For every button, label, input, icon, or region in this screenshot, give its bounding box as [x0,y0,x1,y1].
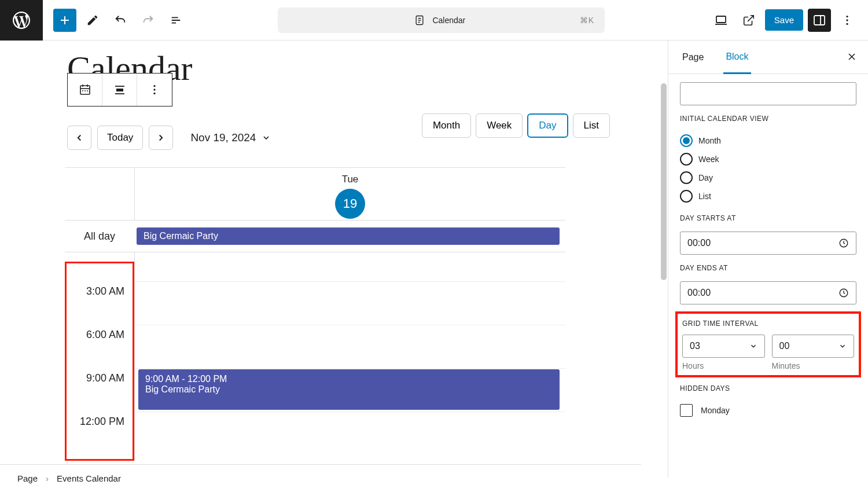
close-settings-button[interactable] [846,51,858,63]
doc-title: Calendar [414,14,465,26]
svg-point-9 [846,19,848,21]
day-number-badge[interactable]: 19 [335,189,365,219]
prev-button[interactable] [67,126,91,150]
chevron-right-icon [156,133,166,143]
wordpress-icon [11,10,32,31]
sidebar-icon [812,13,826,27]
page-icon [414,14,425,26]
time-label: 12:00 PM [80,416,124,428]
view-list-button[interactable]: List [573,113,610,138]
external-link-icon [742,14,755,27]
editor-scrollbar[interactable] [660,41,668,388]
settings-tabs: Page Block [668,41,868,74]
view-page-button[interactable] [737,9,760,32]
hours-label: Hours [682,361,765,370]
svg-rect-11 [80,86,90,94]
topbar: Calendar ⌘K Save [0,0,868,41]
document-overview-button[interactable] [164,9,187,32]
tab-block[interactable]: Block [723,41,751,74]
undo-icon [114,14,127,27]
laptop-icon [714,13,728,27]
pencil-icon [86,14,99,27]
svg-point-8 [846,15,848,17]
breadcrumb-separator: › [46,473,49,483]
radio-list[interactable]: List [680,188,856,205]
current-date-label: Nov 19, 2024 [190,131,256,144]
block-toolbar [67,73,172,107]
block-type-button[interactable] [68,74,102,106]
settings-toggle-button[interactable] [808,9,831,32]
section-day-ends-label: Day Ends At [680,264,856,272]
day-column-header: Tue 19 [134,168,565,220]
chevron-down-icon [262,133,271,142]
svg-rect-4 [716,16,726,23]
view-week-button[interactable]: Week [476,113,523,138]
calendar-event[interactable]: 9:00 AM - 12:00 PM Big Cermaic Party [138,369,560,410]
svg-point-10 [846,23,848,24]
weekday-label: Tue [135,174,565,185]
block-align-button[interactable] [102,74,137,106]
breadcrumb: Page › Events Calendar [0,464,641,492]
device-preview-button[interactable] [709,9,733,32]
event-time: 9:00 AM - 12:00 PM [145,374,553,384]
radio-month[interactable]: Month [680,132,856,149]
shortcut-hint: ⌘K [580,16,594,25]
kebab-icon [148,83,161,96]
topbar-left-tools [43,9,187,32]
radio-week[interactable]: Week [680,150,856,168]
chevron-left-icon [74,133,84,143]
redo-button[interactable] [137,9,160,32]
section-grid-interval-label: Grid Time Interval [682,320,854,328]
allday-event[interactable]: Big Cermaic Party [137,227,560,245]
breadcrumb-block[interactable]: Events Calendar [57,473,121,483]
event-title: Big Cermaic Party [145,384,553,395]
time-label: 6:00 AM [86,329,124,341]
time-label: 3:00 AM [86,285,124,298]
hidden-day-monday-checkbox[interactable]: Monday [680,402,856,419]
list-icon [170,14,182,27]
day-starts-input[interactable]: 00:00 [680,232,856,255]
day-ends-input[interactable]: 00:00 [680,281,856,304]
main-area: Calendar Today [0,41,868,478]
add-block-button[interactable] [53,9,76,32]
chevron-down-icon [838,342,847,350]
undo-button[interactable] [109,9,132,32]
clock-icon [838,288,849,298]
svg-point-22 [153,89,155,90]
save-button[interactable]: Save [765,9,803,31]
plus-icon [58,13,72,27]
edit-tool-button[interactable] [81,9,104,32]
svg-point-21 [153,85,155,87]
redo-icon [142,14,155,27]
section-initial-view-label: Initial Calendar View [680,115,856,123]
topbar-right-tools: Save [709,9,859,32]
kebab-icon [841,14,854,27]
calendar-block-icon [78,83,92,97]
interval-hours-select[interactable]: 03 [682,335,765,358]
section-day-starts-label: Day Starts At [680,214,856,222]
document-bar[interactable]: Calendar ⌘K [278,8,605,33]
breadcrumb-page[interactable]: Page [17,473,38,483]
allday-label: All day [65,230,134,243]
clock-icon [838,238,849,248]
close-icon [846,51,858,63]
tab-page[interactable]: Page [680,42,706,73]
view-day-button[interactable]: Day [527,113,568,138]
svg-rect-6 [814,16,825,25]
time-slots[interactable]: 9:00 AM - 12:00 PM Big Cermaic Party [134,252,565,461]
date-picker[interactable]: Nov 19, 2024 [190,131,271,144]
today-button[interactable]: Today [97,126,143,150]
options-button[interactable] [836,9,859,32]
block-more-button[interactable] [137,74,172,106]
chevron-down-icon [749,342,757,350]
svg-point-23 [153,93,155,94]
time-label: 9:00 AM [86,372,124,384]
view-month-button[interactable]: Month [422,113,471,138]
align-icon [113,83,127,97]
calendar-grid: Tue 19 All day Big Cermaic Party 3:00 AM… [65,167,565,478]
radio-day[interactable]: Day [680,169,856,186]
settings-text-input[interactable] [680,82,856,105]
wp-logo[interactable] [0,0,43,41]
interval-minutes-select[interactable]: 00 [772,335,855,358]
next-button[interactable] [149,126,173,150]
